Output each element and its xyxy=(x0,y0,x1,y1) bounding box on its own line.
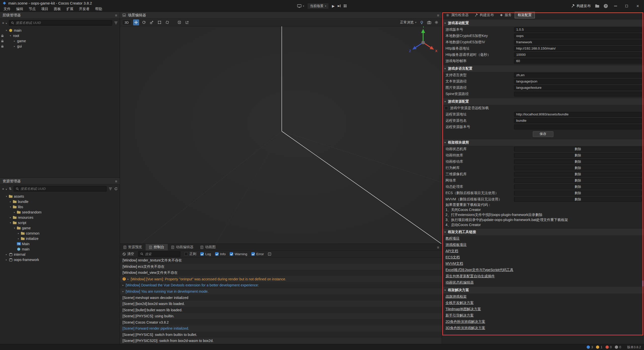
regex-checkbox[interactable] xyxy=(184,252,188,256)
delete-button[interactable]: 删除 xyxy=(514,165,642,170)
asset-node[interactable]: ▾game xyxy=(0,225,120,231)
menu-item[interactable]: 面板 xyxy=(51,7,64,11)
scene-viewport[interactable]: Y X Z xyxy=(120,26,442,244)
expand-log-icon[interactable]: ▸ xyxy=(128,278,129,280)
delete-button[interactable]: 删除 xyxy=(514,191,642,196)
refresh-icon[interactable] xyxy=(114,187,118,191)
console-log-row[interactable]: ▸[Window] Download the Vue Devtools exte… xyxy=(120,282,442,288)
delete-button[interactable]: 删除 xyxy=(514,178,642,183)
menu-item[interactable]: 编辑 xyxy=(13,7,26,11)
console-log-row[interactable]: [Window] render_texture文件夹不存在 xyxy=(120,257,442,264)
doc-link[interactable]: Tiledmap地图解决方案 xyxy=(446,307,481,312)
close-button[interactable]: × xyxy=(634,4,641,8)
console-log-row[interactable]: [Scene] Forward render pipeline initiali… xyxy=(120,325,442,332)
step-button[interactable]: ▶ xyxy=(338,4,340,8)
gear-icon[interactable] xyxy=(435,21,438,24)
delete-button[interactable]: 删除 xyxy=(514,153,642,158)
delete-button[interactable]: 删除 xyxy=(514,159,642,164)
menu-item[interactable]: 开发者 xyxy=(76,7,92,11)
property-input[interactable] xyxy=(514,118,642,123)
chevron-right-icon[interactable]: ▸ xyxy=(9,216,12,219)
console-tab[interactable]: 控制台 xyxy=(146,244,168,250)
property-input[interactable] xyxy=(514,85,642,90)
chevron-right-icon[interactable]: ▸ xyxy=(13,45,16,48)
tab-inspector[interactable]: 属性检查器 xyxy=(443,12,472,18)
asset-node[interactable]: ▸bundle xyxy=(0,199,120,204)
panel-menu-icon[interactable]: ≡ xyxy=(437,13,439,17)
section-header[interactable]: ▾框架解决方案 xyxy=(442,287,644,293)
build-publish-button[interactable]: 构建发布 xyxy=(571,4,591,8)
doc-link[interactable]: 全栈开发解决方案 xyxy=(446,301,474,305)
doc-link[interactable]: 2D角色扮演游戏解决方案 xyxy=(446,320,485,324)
menu-item[interactable]: 项目 xyxy=(38,7,51,11)
console-log-row[interactable]: [Scene] [PHYSICS2D]: switch from box2d-w… xyxy=(120,338,442,344)
asset-node[interactable]: ▾script xyxy=(0,220,120,225)
property-input[interactable] xyxy=(514,27,642,32)
property-input[interactable] xyxy=(514,52,642,57)
chevron-right-icon[interactable]: ▸ xyxy=(13,211,16,213)
asset-node[interactable]: ▸oops-framework xyxy=(0,257,120,262)
scrollbar-thumb[interactable] xyxy=(642,280,643,287)
doc-link[interactable]: 游戏模板项目 xyxy=(446,243,467,247)
property-input[interactable] xyxy=(514,92,642,97)
add-node-button[interactable]: +▾ xyxy=(2,21,7,25)
asset-node[interactable]: ▸internal xyxy=(0,252,120,257)
rotate-tool-icon[interactable] xyxy=(141,19,147,25)
add-asset-button[interactable]: +▾ xyxy=(2,187,7,191)
multi-open-grid-icon[interactable] xyxy=(344,4,347,8)
property-input[interactable] xyxy=(514,59,642,64)
delete-button[interactable]: 删除 xyxy=(514,147,642,152)
console-log-row[interactable]: [Scene] [PHYSICS]: switch from builtin t… xyxy=(120,332,442,338)
console-log-row[interactable]: [Scene] [bullet]:bullet wasm lib loaded. xyxy=(120,307,442,313)
console-log-row[interactable]: [Scene] [box2d]:box2d wasm lib loaded. xyxy=(120,301,442,307)
log-checkbox[interactable] xyxy=(200,252,204,256)
chevron-down-icon[interactable]: ▾ xyxy=(9,206,12,208)
property-input[interactable] xyxy=(514,112,642,117)
tab-build[interactable]: 构建发布 xyxy=(472,12,497,18)
console-log-row[interactable]: [Scene] [PHYSICS]: using builtin. xyxy=(120,313,442,319)
delete-button[interactable]: 删除 xyxy=(514,184,642,189)
maximize-button[interactable] xyxy=(623,5,630,7)
chevron-down-icon[interactable]: ▾ xyxy=(9,222,12,224)
mode-3d-button[interactable]: 3D xyxy=(122,20,131,25)
open-folder-icon[interactable] xyxy=(595,4,599,8)
chevron-right-icon[interactable]: ▸ xyxy=(13,40,16,42)
section-header[interactable]: ▾游戏多语言配置 xyxy=(442,65,644,72)
filter-icon[interactable] xyxy=(109,187,112,190)
assets-search-input[interactable] xyxy=(20,187,104,191)
asset-node[interactable]: ▸common xyxy=(0,231,120,236)
play-button[interactable]: ▶ xyxy=(332,4,335,8)
save-button[interactable]: 保存 xyxy=(533,131,553,137)
snap-toggle-icon[interactable] xyxy=(184,19,190,25)
hierarchy-node[interactable]: ▾main xyxy=(0,28,120,33)
doc-link[interactable]: Excel格式转Json文件与TypeScript代码工具 xyxy=(446,268,513,272)
console-search-input[interactable] xyxy=(145,252,189,256)
doc-link[interactable]: 教程项目 xyxy=(446,236,460,241)
doc-link[interactable]: 动画状态机编辑器 xyxy=(446,280,474,285)
hierarchy-search-input[interactable] xyxy=(16,21,110,25)
preview-device-dropdown[interactable]: ▾ xyxy=(297,4,304,8)
camera-icon[interactable] xyxy=(427,21,431,24)
hierarchy-search[interactable] xyxy=(9,20,112,26)
warning-checkbox[interactable] xyxy=(230,252,233,256)
help-icon[interactable]: ? xyxy=(604,4,608,8)
assets-search[interactable] xyxy=(14,186,107,192)
clear-console-button[interactable]: 清空 xyxy=(123,252,134,256)
current-scene-dropdown[interactable]: 当前场景 ▾ xyxy=(307,3,329,9)
console-log-row[interactable]: ▸[Window] You are running Vue in develop… xyxy=(120,288,442,295)
property-input[interactable] xyxy=(514,124,642,129)
hierarchy-node[interactable]: ▸game xyxy=(0,38,120,43)
doc-link[interactable]: API文档 xyxy=(446,249,458,253)
tab-service[interactable]: 服务 xyxy=(497,12,515,18)
hierarchy-node[interactable]: ▾root xyxy=(0,33,120,38)
console-log-row[interactable]: [Scene] meshopt wasm decoder initialized xyxy=(120,294,442,301)
console-log-row[interactable]: [Window] model_view文件夹不存在 xyxy=(120,270,442,276)
doc-link[interactable]: 3D角色扮演游戏解决方案 xyxy=(446,326,485,330)
move-tool-icon[interactable] xyxy=(133,19,139,25)
light-icon[interactable] xyxy=(420,21,424,24)
status-error-badge[interactable]: 0 xyxy=(606,345,612,349)
panel-menu-icon[interactable]: ≡ xyxy=(115,179,117,183)
status-notification-badge[interactable]: 0 xyxy=(615,345,621,349)
property-input[interactable] xyxy=(514,40,642,45)
delete-button[interactable]: 删除 xyxy=(514,172,642,177)
